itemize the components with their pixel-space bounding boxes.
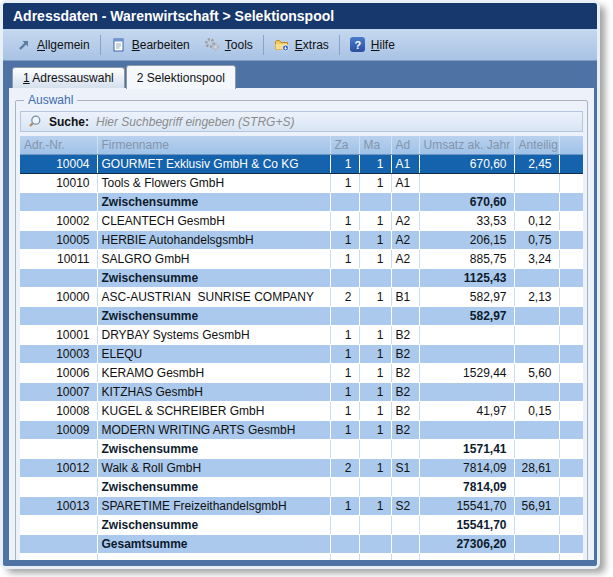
- table-row[interactable]: Zwischensumme 7814,09: [20, 477, 583, 496]
- table-row[interactable]: Zwischensumme 15541,70: [20, 515, 583, 534]
- cell-ma: 1: [359, 211, 391, 230]
- cell-umsatz: 27306,20: [419, 534, 514, 553]
- cell-adr-nr: [20, 268, 97, 287]
- table-row[interactable]: Zwischensumme 1571,41: [20, 439, 583, 458]
- cell-ma: 1: [359, 173, 391, 192]
- cell-umsatz: 15541,70: [419, 496, 514, 515]
- col-header-umsatz[interactable]: Umsatz ak. Jahr: [419, 136, 514, 154]
- col-header-ma[interactable]: Ma: [359, 136, 391, 154]
- col-header-anteilig[interactable]: Anteilig: [514, 136, 559, 154]
- cell-ma: [359, 439, 391, 458]
- cell-umsatz: 885,75: [419, 249, 514, 268]
- cell-spacer: [559, 287, 583, 306]
- cell-za: [330, 515, 359, 534]
- table-row[interactable]: Zwischensumme 670,60: [20, 192, 583, 211]
- cell-za: 2: [330, 458, 359, 477]
- table-row[interactable]: Zwischensumme 1125,43: [20, 268, 583, 287]
- cell-umsatz: 206,15: [419, 230, 514, 249]
- table-row[interactable]: 10013 SPARETIME FreizeithandelsgmbH 1 1 …: [20, 496, 583, 515]
- cell-anteilig: [514, 192, 559, 211]
- cell-za: 2: [330, 287, 359, 306]
- cell-anteilig: 0,75: [514, 230, 559, 249]
- cell-adr-nr: [20, 306, 97, 325]
- cell-ma: [359, 268, 391, 287]
- table-row[interactable]: 10009 MODERN WRITING ARTS GesmbH 1 1 B2: [20, 420, 583, 439]
- hilfe-button[interactable]: ? Hilfe: [343, 34, 402, 56]
- cell-spacer: [559, 420, 583, 439]
- arrow-ne-icon: [16, 37, 32, 53]
- table-row[interactable]: 10003 ELEQU 1 1 B2: [20, 344, 583, 363]
- cell-umsatz: 15541,70: [419, 515, 514, 534]
- cell-ma: [359, 477, 391, 496]
- table-row[interactable]: 10012 Walk & Roll GmbH 2 1 S1 7814,09 28…: [20, 458, 583, 477]
- col-header-ad[interactable]: Ad: [391, 136, 419, 154]
- cell-ma: [359, 192, 391, 211]
- cell-umsatz: 670,60: [419, 192, 514, 211]
- cell-ad: B2: [391, 382, 419, 401]
- tab-selektionspool[interactable]: 2 Selektionspool: [126, 65, 236, 89]
- cell-ad: [391, 534, 419, 553]
- table-row[interactable]: [20, 553, 583, 560]
- cell-firmenname: Zwischensumme: [97, 515, 330, 534]
- cell-adr-nr: [20, 515, 97, 534]
- cell-za: 1: [330, 363, 359, 382]
- toolbar-separator: [100, 35, 101, 55]
- table-row[interactable]: 10000 ASC-AUSTRIAN SUNRISE COMPANY 2 1 B…: [20, 287, 583, 306]
- extras-button[interactable]: Extras: [267, 34, 336, 56]
- cell-ad: B2: [391, 401, 419, 420]
- table-row[interactable]: 10001 DRYBAY Systems GesmbH 1 1 B2: [20, 325, 583, 344]
- table-row[interactable]: 10005 HERBIE AutohandelsgsmbH 1 1 A2 206…: [20, 230, 583, 249]
- search-input[interactable]: Suche: Hier Suchbegriff eingeben (STRG+S…: [20, 111, 583, 132]
- table-row[interactable]: 10011 SALGRO GmbH 1 1 A2 885,75 3,24: [20, 249, 583, 268]
- cell-firmenname: Zwischensumme: [97, 306, 330, 325]
- cell-spacer: [559, 439, 583, 458]
- table-row[interactable]: Zwischensumme 582,97: [20, 306, 583, 325]
- cell-ma: 1: [359, 154, 391, 173]
- cell-za: [330, 553, 359, 560]
- col-header-za[interactable]: Za: [330, 136, 359, 154]
- cell-anteilig: 3,24: [514, 249, 559, 268]
- table-row[interactable]: 10008 KUGEL & SCHREIBER GmbH 1 1 B2 41,9…: [20, 401, 583, 420]
- tools-button[interactable]: Tools: [197, 34, 260, 56]
- cell-umsatz: 7814,09: [419, 477, 514, 496]
- table-row[interactable]: Gesamtsumme 27306,20: [20, 534, 583, 553]
- cell-ma: 1: [359, 496, 391, 515]
- bearbeiten-button[interactable]: Bearbeiten: [104, 34, 197, 56]
- cell-ma: 1: [359, 458, 391, 477]
- cell-ad: A2: [391, 230, 419, 249]
- allgemein-button[interactable]: Allgemein: [9, 34, 97, 56]
- cell-anteilig: [514, 173, 559, 192]
- col-header-adr-nr[interactable]: Adr.-Nr.: [20, 136, 97, 154]
- cell-adr-nr: 10003: [20, 344, 97, 363]
- cell-umsatz: 582,97: [419, 306, 514, 325]
- cell-ad: A2: [391, 211, 419, 230]
- cell-ad: B2: [391, 363, 419, 382]
- cell-umsatz: [419, 344, 514, 363]
- table-row[interactable]: 10006 KERAMO GesmbH 1 1 B2 1529,44 5,60: [20, 363, 583, 382]
- app-window: Adressdaten - Warenwirtschaft > Selektio…: [0, 0, 600, 569]
- cell-anteilig: [514, 306, 559, 325]
- cell-firmenname: Zwischensumme: [97, 477, 330, 496]
- toolbar-separator: [339, 35, 340, 55]
- cell-firmenname: CLEANTECH GesmbH: [97, 211, 330, 230]
- cell-ma: 1: [359, 363, 391, 382]
- cell-anteilig: [514, 325, 559, 344]
- col-header-firmenname[interactable]: Firmenname: [97, 136, 330, 154]
- cell-firmenname: KUGEL & SCHREIBER GmbH: [97, 401, 330, 420]
- tools-label: Tools: [225, 38, 253, 52]
- cell-adr-nr: 10007: [20, 382, 97, 401]
- cell-firmenname: Zwischensumme: [97, 268, 330, 287]
- cell-umsatz: 582,97: [419, 287, 514, 306]
- cell-za: 1: [330, 325, 359, 344]
- cell-ma: 1: [359, 344, 391, 363]
- cell-spacer: [559, 325, 583, 344]
- table-row[interactable]: 10004 GOURMET Exklusiv GmbH & Co KG 1 1 …: [20, 154, 583, 173]
- cell-ad: S2: [391, 496, 419, 515]
- cell-ad: B2: [391, 420, 419, 439]
- tab-adressauswahl[interactable]: 1 Adressauswahl: [12, 67, 125, 88]
- table-row[interactable]: 10007 KITZHAS GesmbH 1 1 B2: [20, 382, 583, 401]
- help-icon: ?: [350, 37, 366, 53]
- table-row[interactable]: 10002 CLEANTECH GesmbH 1 1 A2 33,53 0,12: [20, 211, 583, 230]
- table-row[interactable]: 10010 Tools & Flowers GmbH 1 1 A1: [20, 173, 583, 192]
- cell-za: 1: [330, 344, 359, 363]
